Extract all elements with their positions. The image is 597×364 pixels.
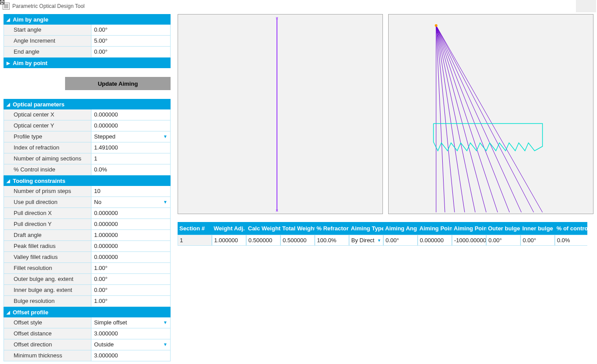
property-input[interactable]: 5.00° bbox=[91, 36, 171, 47]
property-label: Start angle bbox=[4, 25, 91, 36]
property-row: Offset directionOutside bbox=[4, 339, 171, 350]
property-row: End angle0.00° bbox=[4, 47, 171, 58]
close-button[interactable] bbox=[576, 0, 596, 12]
property-row: Angle Increment5.00° bbox=[4, 36, 171, 47]
property-row: Outer bulge ang. extent0.00° bbox=[4, 274, 171, 285]
property-input[interactable]: 3.000000 bbox=[91, 328, 171, 339]
property-input[interactable]: 0.000000 bbox=[91, 252, 171, 263]
property-row: Pull direction Y0.000000 bbox=[4, 219, 171, 230]
property-input[interactable]: 0.000000 bbox=[91, 109, 171, 120]
table-cell[interactable]: 0.00° bbox=[383, 235, 418, 246]
tooling-constraints-header[interactable]: ◢Tooling constraints bbox=[4, 175, 171, 186]
table-cell[interactable]: 0.00° bbox=[486, 235, 521, 246]
property-label: Offset direction bbox=[4, 339, 91, 350]
profile-viewer-left[interactable]: × × bbox=[178, 14, 383, 214]
property-label: Number of aiming sections bbox=[4, 153, 91, 164]
caret-down-icon: ◢ bbox=[6, 310, 11, 315]
aim-by-angle-header[interactable]: ◢Aim by angle bbox=[4, 14, 171, 25]
table-cell-dropdown[interactable]: By Direct bbox=[349, 235, 383, 246]
table-cell[interactable]: 0.000000 bbox=[418, 235, 452, 246]
property-label: Peak fillet radius bbox=[4, 241, 91, 252]
sections-table: Section #Weight Adj.Calc WeightTotal Wei… bbox=[178, 222, 587, 246]
property-row: Peak fillet radius0.000000 bbox=[4, 241, 171, 252]
property-input[interactable]: 0.000000 bbox=[91, 120, 171, 131]
property-input[interactable]: 0.000000 bbox=[91, 208, 171, 219]
aim-by-point-header[interactable]: ▶Aim by point bbox=[4, 58, 171, 68]
property-label: Valley fillet radius bbox=[4, 252, 91, 263]
property-dropdown[interactable]: Stepped bbox=[91, 131, 171, 142]
table-cell[interactable]: 0.500000 bbox=[246, 235, 280, 246]
property-row: Offset distance3.000000 bbox=[4, 328, 171, 339]
property-input[interactable]: 0.00° bbox=[91, 274, 171, 285]
optical-parameters-header[interactable]: ◢Optical parameters bbox=[4, 99, 171, 109]
update-aiming-button[interactable]: Update Aiming bbox=[65, 77, 171, 90]
property-input[interactable]: 1.000000 bbox=[91, 230, 171, 241]
svg-line-16 bbox=[436, 25, 534, 212]
property-label: Draft angle bbox=[4, 230, 91, 241]
property-input[interactable]: 0.000000 bbox=[91, 241, 171, 252]
property-row: Draft angle1.000000 bbox=[4, 230, 171, 241]
property-input[interactable]: 1.00° bbox=[91, 296, 171, 307]
table-cell[interactable]: 0.0% bbox=[555, 235, 587, 246]
property-row: Index of refraction1.491000 bbox=[4, 142, 171, 153]
property-input[interactable]: 0.000000 bbox=[91, 219, 171, 230]
property-label: Pull direction X bbox=[4, 208, 91, 219]
table-header: Inner bulge bbox=[521, 222, 555, 235]
table-header: Aiming Point bbox=[418, 222, 452, 235]
property-dropdown[interactable]: Simple offset bbox=[91, 317, 171, 328]
property-label: Outer bulge ang. extent bbox=[4, 274, 91, 285]
property-input[interactable]: 1.491000 bbox=[91, 142, 171, 153]
minimize-button[interactable] bbox=[535, 0, 556, 12]
table-header: Aiming Ang bbox=[383, 222, 418, 235]
property-panel: ◢Aim by angle Start angle0.00°Angle Incr… bbox=[4, 14, 171, 361]
property-input[interactable]: 3.000000 bbox=[91, 350, 171, 361]
property-input[interactable]: 0.00° bbox=[91, 47, 171, 58]
window-title: Parametric Optical Design Tool bbox=[12, 3, 85, 9]
property-row: % Control inside0.0% bbox=[4, 164, 171, 175]
property-input[interactable]: 1.00° bbox=[91, 263, 171, 274]
property-input[interactable]: 0.00° bbox=[91, 25, 171, 36]
property-input[interactable]: 0.00° bbox=[91, 285, 171, 296]
property-row: Bulge resolution1.00° bbox=[4, 296, 171, 307]
property-label: Optical center X bbox=[4, 109, 91, 120]
property-row: Pull direction X0.000000 bbox=[4, 208, 171, 219]
caret-right-icon: ▶ bbox=[6, 61, 11, 66]
property-dropdown[interactable]: No bbox=[91, 197, 171, 208]
property-label: Angle Increment bbox=[4, 36, 91, 47]
table-header: Weight Adj. bbox=[212, 222, 246, 235]
property-input[interactable]: 1 bbox=[91, 153, 171, 164]
property-label: Number of prism steps bbox=[4, 186, 91, 197]
table-cell[interactable]: -1000.00000 bbox=[452, 235, 486, 246]
property-label: Offset style bbox=[4, 317, 91, 328]
property-row: Valley fillet radius0.000000 bbox=[4, 252, 171, 263]
caret-down-icon: ◢ bbox=[6, 102, 11, 107]
table-cell[interactable]: 0.500000 bbox=[280, 235, 315, 246]
title-bar: Parametric Optical Design Tool bbox=[0, 0, 597, 12]
property-row: Inner bulge ang. extent0.00° bbox=[4, 285, 171, 296]
table-header: % Refractor bbox=[315, 222, 349, 235]
property-label: Fillet resolution bbox=[4, 263, 91, 274]
table-cell[interactable]: 100.0% bbox=[315, 235, 349, 246]
profile-viewer-right[interactable] bbox=[388, 14, 593, 214]
maximize-button[interactable] bbox=[556, 0, 576, 12]
property-input[interactable]: 10 bbox=[91, 186, 171, 197]
property-label: Profile type bbox=[4, 131, 91, 142]
property-label: Inner bulge ang. extent bbox=[4, 285, 91, 296]
property-row: Profile typeStepped bbox=[4, 131, 171, 142]
table-cell[interactable]: 1.000000 bbox=[212, 235, 246, 246]
property-label: Offset distance bbox=[4, 328, 91, 339]
table-header: Outer bulge bbox=[486, 222, 521, 235]
svg-point-18 bbox=[435, 24, 437, 27]
table-header: Section # bbox=[178, 222, 212, 235]
table-cell[interactable]: 0.00° bbox=[521, 235, 555, 246]
property-label: Bulge resolution bbox=[4, 296, 91, 307]
offset-profile-header[interactable]: ◢Offset profile bbox=[4, 307, 171, 317]
svg-line-11 bbox=[436, 25, 475, 212]
table-cell: 1 bbox=[178, 235, 212, 246]
property-dropdown[interactable]: Outside bbox=[91, 339, 171, 350]
property-label: Pull direction Y bbox=[4, 219, 91, 230]
property-input[interactable]: 0.0% bbox=[91, 164, 171, 175]
svg-line-17 bbox=[436, 25, 542, 212]
property-row: Optical center Y0.000000 bbox=[4, 120, 171, 131]
property-row: Fillet resolution1.00° bbox=[4, 263, 171, 274]
